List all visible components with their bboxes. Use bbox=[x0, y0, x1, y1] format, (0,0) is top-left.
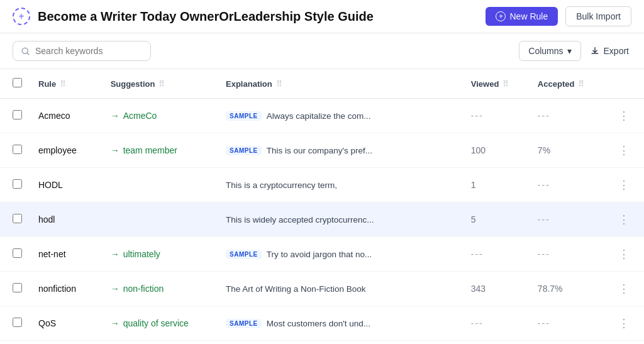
explanation-cell: SAMPLETry to avoid jargon that no... bbox=[216, 237, 461, 272]
viewed-dash: --- bbox=[471, 249, 484, 259]
row-checkbox[interactable] bbox=[13, 145, 22, 154]
table-header-row: Rule ⠿ Suggestion ⠿ Explanation ⠿ bbox=[0, 69, 644, 99]
accepted-cell: --- bbox=[528, 237, 604, 272]
table-row: HODLThis is a cryptocurrency term,1---⋮ bbox=[0, 168, 644, 203]
row-checkbox[interactable] bbox=[13, 283, 22, 292]
viewed-col-drag[interactable]: ⠿ bbox=[502, 79, 509, 89]
row-checkbox-cell bbox=[0, 168, 28, 203]
actions-cell: ⋮ bbox=[604, 168, 644, 203]
suggestion-cell: →non-fiction bbox=[101, 272, 216, 306]
export-button[interactable]: Export bbox=[587, 42, 631, 60]
row-actions-button[interactable]: ⋮ bbox=[614, 315, 634, 331]
explanation-text: The Art of Writing a Non-Fiction Book bbox=[226, 284, 366, 294]
actions-cell: ⋮ bbox=[604, 306, 644, 341]
explanation-cell: This is a cryptocurrency term, bbox=[216, 168, 461, 203]
actions-cell: ⋮ bbox=[604, 203, 644, 237]
rules-table: Rule ⠿ Suggestion ⠿ Explanation ⠿ bbox=[0, 69, 644, 341]
explanation-cell: SAMPLEMost customers don't und... bbox=[216, 306, 461, 341]
viewed-cell: 100 bbox=[461, 133, 528, 168]
accepted-col-drag[interactable]: ⠿ bbox=[578, 79, 584, 89]
rule-cell: HODL bbox=[28, 168, 101, 203]
toolbar: Columns ▾ Export bbox=[0, 33, 644, 69]
rule-cell: net-net bbox=[28, 237, 101, 272]
row-checkbox[interactable] bbox=[13, 179, 22, 189]
explanation-cell: SAMPLEAlways capitalize the com... bbox=[216, 99, 461, 133]
row-actions-button[interactable]: ⋮ bbox=[614, 108, 634, 124]
columns-button[interactable]: Columns ▾ bbox=[519, 41, 580, 61]
row-actions-button[interactable]: ⋮ bbox=[614, 246, 634, 262]
new-rule-plus-icon: + bbox=[496, 11, 506, 21]
page-title: Become a Writer Today OwnerOrLeadership … bbox=[38, 9, 478, 24]
row-checkbox-cell bbox=[0, 133, 28, 168]
actions-cell: ⋮ bbox=[604, 237, 644, 272]
header-icon: + bbox=[13, 8, 30, 25]
export-label: Export bbox=[604, 46, 629, 56]
th-checkbox bbox=[0, 69, 28, 99]
explanation-cell: The Art of Writing a Non-Fiction Book bbox=[216, 272, 461, 306]
suggestion-cell bbox=[101, 168, 216, 203]
new-rule-label: New Rule bbox=[509, 11, 548, 21]
row-actions-button[interactable]: ⋮ bbox=[614, 142, 634, 158]
row-checkbox-cell bbox=[0, 99, 28, 133]
rule-cell: QoS bbox=[28, 306, 101, 341]
row-actions-button[interactable]: ⋮ bbox=[614, 177, 634, 193]
suggestion-cell: →team member bbox=[101, 133, 216, 168]
row-actions-button[interactable]: ⋮ bbox=[614, 211, 634, 228]
suggestion-col-drag[interactable]: ⠿ bbox=[158, 79, 165, 89]
suggestion-text: non-fiction bbox=[123, 284, 164, 294]
rule-cell: Acmeco bbox=[28, 99, 101, 133]
suggestion-cell: →AcmeCo bbox=[101, 99, 216, 133]
row-actions-button[interactable]: ⋮ bbox=[614, 280, 634, 297]
viewed-cell: --- bbox=[461, 237, 528, 272]
columns-label: Columns bbox=[528, 46, 563, 56]
toolbar-right: Columns ▾ Export bbox=[519, 41, 631, 61]
table-row: nonfiction→non-fictionThe Art of Writing… bbox=[0, 272, 644, 306]
table-body: Acmeco→AcmeCoSAMPLEAlways capitalize the… bbox=[0, 99, 644, 341]
suggestion-text: quality of service bbox=[123, 318, 189, 328]
explanation-text: This is widely accepted cryptocurrenc... bbox=[226, 215, 374, 225]
table-container: Rule ⠿ Suggestion ⠿ Explanation ⠿ bbox=[0, 69, 644, 341]
arrow-right-icon: → bbox=[111, 318, 119, 328]
row-checkbox[interactable] bbox=[13, 248, 22, 258]
accepted-cell: 7% bbox=[528, 133, 604, 168]
suggestion-text: team member bbox=[123, 145, 177, 155]
explanation-cell: This is widely accepted cryptocurrenc... bbox=[216, 203, 461, 237]
arrow-right-icon: → bbox=[111, 284, 119, 294]
arrow-right-icon: → bbox=[111, 145, 119, 155]
rule-cell: employee bbox=[28, 133, 101, 168]
explanation-text: Most customers don't und... bbox=[267, 319, 370, 328]
viewed-cell: 5 bbox=[461, 203, 528, 237]
row-checkbox[interactable] bbox=[13, 110, 22, 119]
arrow-right-icon: → bbox=[111, 111, 119, 121]
explanation-text: Try to avoid jargon that no... bbox=[267, 250, 372, 259]
new-rule-button[interactable]: + New Rule bbox=[486, 7, 558, 26]
accepted-cell: --- bbox=[528, 203, 604, 237]
actions-cell: ⋮ bbox=[604, 99, 644, 133]
actions-cell: ⋮ bbox=[604, 133, 644, 168]
row-checkbox[interactable] bbox=[13, 214, 22, 223]
search-input[interactable] bbox=[35, 46, 143, 56]
bulk-import-label: Bulk Import bbox=[576, 11, 621, 21]
suggestion-cell: →ultimately bbox=[101, 237, 216, 272]
accepted-dash: --- bbox=[538, 249, 550, 259]
accepted-dash: --- bbox=[538, 214, 550, 225]
sample-badge: SAMPLE bbox=[226, 319, 262, 328]
explanation-text: This is a cryptocurrency term, bbox=[226, 180, 337, 190]
viewed-dash: --- bbox=[471, 318, 484, 328]
search-icon bbox=[21, 47, 30, 56]
table-row: Acmeco→AcmeCoSAMPLEAlways capitalize the… bbox=[0, 99, 644, 133]
rule-cell: nonfiction bbox=[28, 272, 101, 306]
row-checkbox-cell bbox=[0, 306, 28, 341]
row-checkbox[interactable] bbox=[13, 318, 22, 327]
select-all-checkbox[interactable] bbox=[13, 78, 22, 87]
rule-col-drag[interactable]: ⠿ bbox=[60, 79, 66, 89]
explanation-cell: SAMPLEThis is our company's pref... bbox=[216, 133, 461, 168]
suggestion-cell bbox=[101, 203, 216, 237]
viewed-dash: --- bbox=[471, 111, 484, 121]
sample-badge: SAMPLE bbox=[226, 111, 262, 121]
explanation-col-drag[interactable]: ⠿ bbox=[276, 79, 282, 89]
chevron-down-icon: ▾ bbox=[567, 46, 572, 56]
accepted-dash: --- bbox=[538, 111, 550, 121]
accepted-cell: 78.7% bbox=[528, 272, 604, 306]
bulk-import-button[interactable]: Bulk Import bbox=[565, 6, 631, 26]
